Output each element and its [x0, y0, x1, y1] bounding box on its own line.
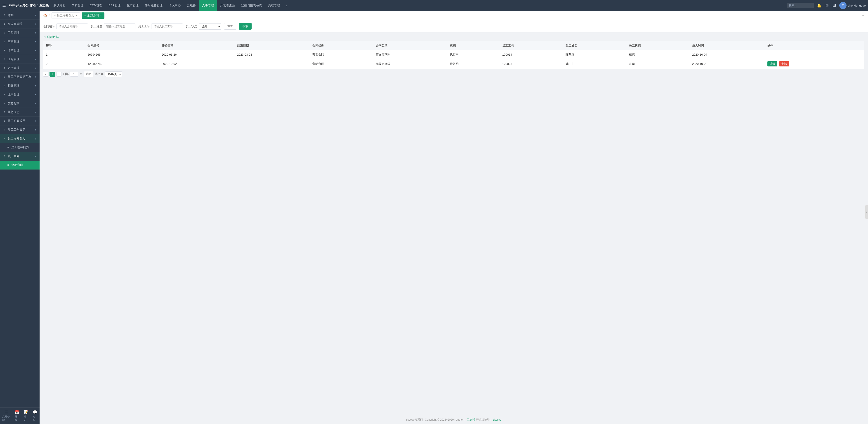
image-icon[interactable]: 🖼	[832, 2, 837, 8]
menu-toggle-icon[interactable]: ☰	[2, 3, 6, 8]
sidebar-icon-yuzhong-child: ≡	[6, 146, 10, 149]
chevron-down-icon: ▼	[35, 76, 37, 78]
tab-close-yuzhong[interactable]: ✕	[75, 14, 78, 17]
goto-label: 到第	[63, 72, 69, 76]
footer-author-link[interactable]: 卫志强	[467, 418, 475, 421]
delete-button-2[interactable]: 删除	[779, 61, 789, 66]
sidebar-item-zichan[interactable]: ≡ 资产管理 ▼	[0, 64, 39, 72]
sidebar-item-cheliang[interactable]: ≡ 车辆管理 ▼	[0, 37, 39, 46]
forum-icon: 💬	[33, 410, 37, 414]
nav-item-workflow[interactable]: 流程管理	[265, 0, 283, 11]
table-header-row: 序号 合同编号 开始日期 结束日期 合同类别 合同类型 状态 员工工号 员工姓名…	[43, 41, 864, 50]
sidebar-item-jiaoyu[interactable]: ≡ 教育背景 ▼	[0, 99, 39, 108]
sidebar-bottom-item-notes[interactable]: 📝 笔记	[24, 410, 28, 422]
nav-item-aftersales[interactable]: 售后服务管理	[142, 0, 166, 11]
top-nav-right: 🔔 ✉ 🖼 C chendongguo	[786, 2, 866, 9]
file-label: 文件管理	[2, 415, 10, 422]
bell-icon[interactable]: 🔔	[816, 2, 822, 8]
global-search-input[interactable]	[786, 3, 814, 8]
chevron-down-icon: ▼	[35, 58, 37, 61]
page-confirm-button[interactable]: 确定	[84, 71, 93, 77]
page-number-input[interactable]	[70, 72, 78, 77]
sidebar-item-quanbu-hetong[interactable]: ≡ 全部合同	[0, 161, 39, 170]
chevron-down-icon: ▼	[35, 111, 37, 114]
nav-item-school[interactable]: 学校管理	[68, 0, 87, 11]
cell-start-date-1: 2020-03-26	[159, 50, 234, 59]
filter-input-contract-no[interactable]	[56, 24, 88, 29]
sidebar-item-yongpin[interactable]: ≡ 用品管理 ▼	[0, 28, 39, 37]
table-row: 1 56794665 2020-03-26 2023-03-23 劳动合同 有固…	[43, 50, 864, 59]
col-header-entry-time: 录入时间	[689, 41, 765, 50]
top-nav-items: 默认桌面 学校管理 CRM管理 ERP管理 生产管理 售后服务管理 个人中心 云…	[51, 0, 787, 11]
col-header-category: 合同类别	[310, 41, 373, 50]
filter-select-status[interactable]: 全部 在职 离职 试用期	[199, 23, 221, 30]
sidebar-item-zhengshu[interactable]: ≡ 证书管理 ▼	[0, 90, 39, 99]
nav-item-crm[interactable]: CRM管理	[87, 0, 105, 11]
breadcrumb-tab-hetong[interactable]: ≡ 全部合同 ✕	[82, 12, 104, 19]
user-avatar-area[interactable]: C chendongguo	[839, 2, 866, 9]
col-header-emp-name: 员工姓名	[563, 41, 626, 50]
page-size-select[interactable]: 10条/页 15条/页 20条/页 50条/页	[105, 71, 122, 77]
sidebar-item-jiating[interactable]: ≡ 员工家庭成员 ▼	[0, 117, 39, 125]
sidebar-bottom-item-forum[interactable]: 💬 论坛	[33, 410, 37, 422]
nav-item-devdesk[interactable]: 开发者桌面	[217, 0, 238, 11]
filter-group-emp-no: 员工工号	[138, 24, 183, 29]
total-label: 共 2 条	[95, 72, 104, 76]
reset-button[interactable]: 重置	[224, 23, 236, 30]
nav-item-cloud[interactable]: 云服务	[184, 0, 199, 11]
search-button[interactable]: 搜索	[239, 23, 252, 30]
cell-start-date-2: 2020-10-02	[159, 59, 234, 69]
sidebar-item-kaoqin[interactable]: ≡ 考勤 ▼	[0, 11, 39, 20]
sidebar-item-yuzhong-parent[interactable]: ≡ 员工语种能力 ▲	[0, 134, 39, 143]
cell-emp-no-2: 100008	[500, 59, 563, 69]
contracts-table: 序号 合同编号 开始日期 结束日期 合同类别 合同类型 状态 员工工号 员工姓名…	[43, 41, 864, 69]
cell-emp-name-2: 孙中山	[563, 59, 626, 69]
sidebar-item-yuangong-zidian[interactable]: ≡ 员工信息数据字典 ▼	[0, 72, 39, 81]
sidebar-icon-kaoqin: ≡	[3, 13, 6, 17]
sidebar-item-jiangcheng[interactable]: ≡ 奖惩信息 ▼	[0, 108, 39, 117]
home-icon[interactable]: 🏠	[43, 14, 47, 18]
sidebar-icon-zhengshu: ≡	[3, 93, 6, 96]
edit-button-2[interactable]: 编辑	[767, 61, 777, 66]
cell-emp-status-2: 在职	[626, 59, 689, 69]
cell-type-1: 有固定期限	[373, 50, 447, 59]
page-1-button[interactable]: 1	[50, 72, 55, 77]
breadcrumb-dropdown-icon[interactable]: ▼	[862, 14, 864, 17]
right-edge-toggle[interactable]: ›	[865, 205, 868, 219]
cell-index-1: 1	[43, 50, 85, 59]
filter-input-emp-no[interactable]	[151, 24, 183, 29]
cell-action-1	[765, 50, 864, 59]
refresh-icon: ↻	[43, 35, 46, 39]
nav-item-more[interactable]: ›	[283, 0, 290, 11]
sidebar-item-yuzhong-child[interactable]: ≡ 员工语种能力	[0, 143, 39, 152]
nav-item-monitor[interactable]: 监控与报表系统	[238, 0, 265, 11]
sidebar-bottom-item-schedule[interactable]: 📅 日程	[15, 410, 19, 422]
notes-icon: 📝	[24, 410, 28, 414]
chevron-down-icon: ▼	[35, 67, 37, 69]
cell-category-2: 劳动合同	[310, 59, 373, 69]
sidebar-item-dangan[interactable]: ≡ 档案管理 ▼	[0, 81, 39, 90]
sidebar-item-huiyishi[interactable]: ≡ 会议室管理 ▼	[0, 20, 39, 28]
footer-link[interactable]: skyeye	[493, 418, 501, 421]
chevron-down-icon: ▼	[35, 102, 37, 104]
col-header-action: 操作	[765, 41, 864, 50]
sidebar-bottom-item-file[interactable]: ☰ 文件管理	[2, 410, 10, 422]
sidebar-icon-yuangong-zidian: ≡	[3, 75, 6, 79]
breadcrumb-tab-yuzhong[interactable]: ≡ 员工语种能力 ✕	[52, 12, 80, 19]
nav-item-production[interactable]: 生产管理	[124, 0, 142, 11]
next-page-button[interactable]: ›	[57, 72, 61, 77]
refresh-bar[interactable]: ↻ 刷新数据	[43, 35, 864, 39]
nav-item-erp[interactable]: ERP管理	[105, 0, 124, 11]
filter-input-emp-name[interactable]	[104, 24, 135, 29]
nav-item-hr[interactable]: 人事管理	[199, 0, 217, 11]
prev-page-button[interactable]: ‹	[43, 72, 48, 77]
sidebar-item-zhengjiao[interactable]: ≡ 证照管理 ▼	[0, 55, 39, 64]
sidebar-item-yinzhang[interactable]: ≡ 印章管理 ▼	[0, 46, 39, 55]
sidebar-item-lvli[interactable]: ≡ 员工工作履历 ▼	[0, 125, 39, 134]
message-icon[interactable]: ✉	[825, 2, 829, 8]
nav-item-default-desktop[interactable]: 默认桌面	[51, 0, 68, 11]
tab-close-hetong[interactable]: ✕	[100, 14, 102, 17]
nav-item-personal[interactable]: 个人中心	[166, 0, 184, 11]
cell-emp-name-1: 陈冬瓜	[563, 50, 626, 59]
sidebar-item-hetong-parent[interactable]: ≡ 员工合同 ▲	[0, 152, 39, 161]
